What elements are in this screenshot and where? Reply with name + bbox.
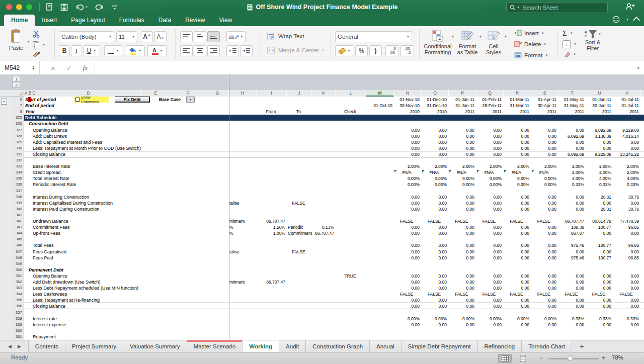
cell-N328[interactable]: 0.00 bbox=[394, 133, 420, 139]
cell-T356[interactable]: 0.00 bbox=[558, 303, 584, 309]
ribbon-tab-home[interactable]: Home bbox=[4, 15, 35, 26]
cell-R343[interactable]: 0.00 bbox=[504, 224, 529, 230]
cell-T355[interactable]: 0.00 bbox=[558, 297, 584, 303]
cell-V339[interactable]: 0.00 bbox=[613, 200, 639, 206]
cell-P359[interactable]: 0.00 bbox=[449, 322, 474, 328]
font-name-select[interactable]: Calibri (Body) ▼ bbox=[59, 31, 114, 42]
cell-P351[interactable]: 0.00 bbox=[449, 273, 474, 279]
sheet-tab-contents[interactable]: Contents bbox=[28, 340, 65, 352]
cell-U358[interactable]: 0.33% bbox=[586, 316, 611, 322]
row-label-353[interactable]: Less Debt Repayment scheduled (Use MIN f… bbox=[33, 285, 138, 291]
ribbon-tab-formulas[interactable]: Formulas bbox=[112, 15, 151, 26]
cell-U351[interactable]: 0.00 bbox=[586, 273, 611, 279]
cell-Q352[interactable]: 0.00 bbox=[476, 279, 502, 285]
cell-K343[interactable]: 0.13% bbox=[312, 224, 334, 230]
cell-V351[interactable]: 0.00 bbox=[613, 273, 639, 279]
cell-S358[interactable]: 0.00% bbox=[531, 316, 556, 322]
row-label-335[interactable]: Total Interest Rate bbox=[33, 175, 69, 181]
sheet-row-347[interactable]: Fees CapitalisedtaliseFALSE0.000.000.000… bbox=[24, 249, 644, 255]
cell-R353[interactable]: 0.00 bbox=[504, 285, 529, 291]
sheet-row-8[interactable]: YearFromToCheck2010201020112011201120112… bbox=[24, 109, 644, 115]
cell-S348[interactable]: 0.00 bbox=[531, 255, 556, 261]
cell-O336[interactable]: 0.00% bbox=[422, 181, 447, 188]
cell-P333[interactable]: 2.00% bbox=[449, 163, 474, 169]
row-label-334[interactable]: Credit Spread bbox=[33, 169, 61, 175]
base-case-dropdown[interactable]: ▼ bbox=[186, 97, 195, 103]
cell-O328[interactable]: 0.00 bbox=[422, 133, 447, 139]
cell-P340[interactable]: 0.00 bbox=[449, 206, 474, 212]
cell-T6[interactable]: 01-May-11 bbox=[558, 97, 584, 103]
zoom-in-button[interactable]: + bbox=[602, 354, 605, 361]
cell-S344[interactable]: 0.00 bbox=[531, 230, 556, 236]
cell-Q335[interactable]: 0.00% bbox=[476, 175, 502, 181]
cell-N348[interactable]: 0.00 bbox=[394, 255, 420, 261]
row-header-325[interactable]: 325 bbox=[16, 115, 22, 121]
cell-H352[interactable]: mitment bbox=[229, 279, 256, 285]
cell-Q336[interactable]: 0.00% bbox=[476, 181, 502, 188]
accounting-format-button[interactable]: ▼ bbox=[335, 45, 353, 56]
row-header-351[interactable]: 351 bbox=[16, 273, 22, 279]
row-header-329[interactable]: 329 bbox=[16, 139, 22, 145]
cell-R354[interactable]: FALSE bbox=[504, 291, 529, 297]
redo-button[interactable] bbox=[95, 3, 104, 11]
cell-T342[interactable]: 86,707.47 bbox=[558, 218, 584, 224]
cell-O344[interactable]: 0.00 bbox=[422, 230, 447, 236]
cell-N7[interactable]: 30-Nov-10 bbox=[394, 103, 420, 109]
sheet-tab-tornado-chart[interactable]: Tornado Chart bbox=[522, 340, 572, 352]
percent-style-button[interactable]: % bbox=[355, 45, 368, 56]
sheet-tab-valuation-summary[interactable]: Valuation Summary bbox=[123, 340, 187, 352]
sheet-row-333[interactable]: Base Interest Rate2.00%2.00%2.00%2.00%2.… bbox=[24, 163, 644, 169]
cell-L8[interactable]: Check bbox=[336, 109, 365, 115]
cell-O334[interactable]: #N/A bbox=[422, 169, 447, 175]
row-label-350[interactable]: Permanent Debt bbox=[29, 267, 63, 273]
column-header-D[interactable]: D bbox=[36, 90, 141, 96]
row-header-6[interactable]: 6 bbox=[20, 97, 22, 103]
sheet-row-357[interactable] bbox=[24, 310, 644, 316]
copy-caret-icon[interactable]: ▼ bbox=[42, 43, 45, 46]
cell-O347[interactable]: 0.00 bbox=[422, 249, 447, 255]
cell-styles-button[interactable]: ▼ CellStyles bbox=[482, 29, 505, 55]
row-label-342[interactable]: Undrawn Balance bbox=[33, 218, 68, 224]
cell-V359[interactable]: 0.00 bbox=[613, 322, 639, 328]
feedback-caret-icon[interactable]: ▼ bbox=[626, 18, 629, 21]
cell-T344[interactable]: 867.07 bbox=[558, 230, 584, 236]
fix-debt-button[interactable]: Fix Debt bbox=[115, 97, 150, 103]
row-header-337[interactable]: 337 bbox=[16, 188, 22, 194]
cell-N354[interactable]: FALSE bbox=[394, 291, 420, 297]
zoom-slider-thumb[interactable] bbox=[568, 355, 573, 361]
cell-Q327[interactable]: 0.00 bbox=[476, 127, 502, 133]
cell-V6[interactable]: 01-Jul-11 bbox=[613, 97, 639, 103]
cell-U343[interactable]: 100.77 bbox=[586, 224, 611, 230]
autosum-button[interactable]: Σ ▼ bbox=[562, 29, 573, 37]
sheet-row-350[interactable]: Permanent Debt bbox=[24, 267, 644, 273]
cell-V347[interactable]: 0.00 bbox=[613, 249, 639, 255]
undo-caret-icon[interactable]: ▼ bbox=[85, 6, 88, 9]
cell-T339[interactable]: 0.00 bbox=[558, 200, 584, 206]
row-header-338[interactable]: 338 bbox=[16, 194, 22, 200]
cell-R348[interactable]: 0.00 bbox=[504, 255, 529, 261]
cell-S353[interactable]: 0.00 bbox=[531, 285, 556, 291]
cell-Q351[interactable]: 0.00 bbox=[476, 273, 502, 279]
column-header-O[interactable]: O bbox=[422, 90, 449, 96]
cell-V348[interactable]: 96.85 bbox=[613, 255, 639, 261]
row-header-333[interactable]: 333 bbox=[16, 163, 22, 169]
row-header-332[interactable]: 332 bbox=[16, 157, 22, 163]
cell-P327[interactable]: 0.00 bbox=[449, 127, 474, 133]
search-scope-caret-icon[interactable]: ▼ bbox=[517, 6, 520, 9]
column-header-S[interactable]: S bbox=[531, 90, 558, 96]
font-color-button[interactable]: A ▼ bbox=[147, 45, 167, 56]
cell-U330[interactable]: 0.00 bbox=[586, 145, 611, 151]
cell-U359[interactable]: 0.00 bbox=[586, 322, 611, 328]
row-header-347[interactable]: 347 bbox=[16, 249, 22, 255]
sheet-row-344[interactable]: Up-front Fees%1.00%Commitment86,707.470.… bbox=[24, 230, 644, 236]
row-label-8[interactable]: Year bbox=[25, 109, 35, 115]
sheet-tab-audit[interactable]: Audit bbox=[279, 340, 306, 352]
cell-R328[interactable]: 0.00 bbox=[504, 133, 529, 139]
cell-Q329[interactable]: 0.00 bbox=[476, 139, 502, 145]
cell-P8[interactable]: 2011 bbox=[449, 109, 474, 115]
cell-R342[interactable]: FALSE bbox=[504, 218, 529, 224]
cell-O346[interactable]: 0.00 bbox=[422, 242, 447, 248]
cell-N351[interactable]: 0.00 bbox=[394, 273, 420, 279]
underline-button[interactable]: U ▼ bbox=[83, 45, 100, 56]
cell-P354[interactable]: FALSE bbox=[449, 291, 474, 297]
